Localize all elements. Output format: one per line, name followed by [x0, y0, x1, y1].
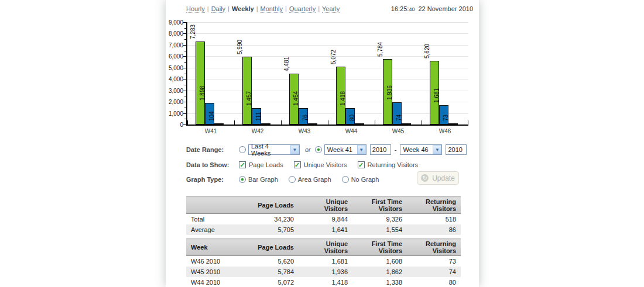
- nav-separator: |: [318, 5, 320, 12]
- checkbox-returning-visitors[interactable]: ✓: [358, 161, 365, 168]
- table-row: W45 20105,7841,9361,86274: [186, 267, 461, 277]
- week-from-select[interactable]: Week 41 ▼: [324, 144, 366, 155]
- column-header-unique-visitors: Unique Visitors: [299, 197, 352, 214]
- bar-returning-visitors-w41: [214, 123, 224, 125]
- nav-link-weekly[interactable]: Weekly: [232, 5, 254, 12]
- nav-link-monthly[interactable]: Monthly: [261, 5, 283, 13]
- bar-value-label: 1,457: [246, 91, 253, 106]
- radio-area-graph[interactable]: [289, 176, 296, 183]
- weekly-table: WeekPage LoadsUnique VisitorsFirst Time …: [186, 238, 461, 287]
- chevron-down-icon: ▼: [433, 145, 441, 154]
- graph-type-label: Graph Type:: [186, 176, 239, 183]
- y-axis-label: 6,000: [166, 53, 183, 60]
- y-axis-tick: [183, 102, 186, 102]
- y-axis-minor-tick: [184, 119, 186, 119]
- preset-range-select[interactable]: Last 4 Weeks ▼: [248, 144, 300, 155]
- nav-link-yearly[interactable]: Yearly: [322, 5, 340, 13]
- bar-value-label: 1,454: [293, 91, 300, 106]
- y-axis-minor-tick: [184, 74, 186, 74]
- chevron-down-icon: ▼: [357, 145, 366, 154]
- cell-value: 80: [407, 277, 461, 287]
- nav-separator: |: [256, 5, 258, 12]
- range-dash: -: [395, 146, 397, 153]
- bar-value-label: 4,481: [283, 57, 290, 71]
- x-axis-label: W41: [187, 128, 234, 134]
- radio-no-graph[interactable]: [342, 176, 349, 183]
- y-axis-tick: [183, 22, 186, 23]
- y-axis-tick: [183, 56, 186, 57]
- x-axis-label: W46: [422, 128, 468, 134]
- custom-range-radio[interactable]: [315, 146, 322, 153]
- nav-link-hourly[interactable]: Hourly: [186, 5, 205, 13]
- bar-value-label: 1,936: [386, 85, 393, 100]
- week-from-value: Week 41: [327, 146, 354, 153]
- cell-value: 9,326: [352, 214, 407, 224]
- bar-value-label: 76: [302, 115, 309, 121]
- gridline: [187, 91, 468, 91]
- checkbox-unique-visitors[interactable]: ✓: [294, 161, 301, 168]
- x-axis-tick: [422, 120, 422, 125]
- gridline: [187, 33, 468, 34]
- checkbox-label-page-loads: Page Loads: [249, 161, 283, 168]
- column-header-page-loads: Page Loads: [245, 197, 299, 214]
- y-axis-minor-tick: [184, 85, 186, 85]
- stats-panel: Hourly|Daily|Weekly|Monthly|Quarterly|Ye…: [166, 0, 479, 287]
- table-row: Average5,7051,6411,55486: [186, 224, 461, 235]
- update-button[interactable]: ↻ Update: [417, 171, 459, 185]
- nav-separator: |: [285, 5, 287, 12]
- x-axis-label: W45: [375, 128, 422, 134]
- data-to-show-label: Data to Show:: [186, 161, 239, 168]
- x-axis-label: W44: [328, 128, 375, 134]
- y-axis-minor-tick: [184, 108, 186, 108]
- bar-chart: 01,0002,0003,0004,0005,0006,0007,0008,00…: [187, 22, 468, 125]
- y-axis-tick: [183, 79, 186, 79]
- table-row: W44 20105,0721,4181,33880: [186, 277, 461, 287]
- y-axis-label: 9,000: [166, 19, 183, 26]
- gridline: [187, 113, 468, 114]
- y-axis-tick: [183, 91, 186, 91]
- y-axis-tick: [183, 113, 186, 114]
- chevron-down-icon: ▼: [290, 145, 299, 154]
- nav-separator: |: [207, 5, 209, 12]
- checkbox-page-loads[interactable]: ✓: [239, 161, 246, 168]
- bar-page-loads-w41: [196, 42, 205, 125]
- week-to-select[interactable]: Week 46 ▼: [400, 144, 442, 155]
- preset-range-radio[interactable]: [239, 146, 246, 153]
- row-label: W46 2010: [186, 256, 245, 267]
- column-header-page-loads: Page Loads: [245, 239, 299, 256]
- nav-separator: |: [228, 5, 229, 12]
- bar-value-label: 1,681: [433, 88, 440, 103]
- checkbox-group: ✓Page Loads✓Unique Visitors✓Returning Vi…: [239, 161, 429, 168]
- radio-bar-graph[interactable]: [239, 176, 246, 183]
- x-axis-tick: [187, 120, 188, 125]
- cell-value: 1,641: [299, 224, 352, 235]
- x-axis-line: [186, 125, 468, 126]
- y-axis-minor-tick: [184, 51, 186, 51]
- summary-table: Page LoadsUnique VisitorsFirst Time Visi…: [186, 196, 461, 235]
- column-header-first-time-visitors: First Time Visitors: [352, 239, 407, 256]
- table-row: Total34,2309,8449,326518: [186, 214, 461, 224]
- x-axis-tick: [468, 120, 468, 125]
- topbar: Hourly|Daily|Weekly|Monthly|Quarterly|Ye…: [186, 5, 473, 15]
- column-header-returning-visitors: Returning Visitors: [407, 239, 461, 256]
- gridline: [187, 79, 468, 79]
- radio-label-bar-graph: Bar Graph: [248, 176, 278, 183]
- bar-unique-visitors-w45: [392, 102, 402, 125]
- y-axis-label: 4,000: [166, 76, 183, 82]
- nav-link-daily[interactable]: Daily: [211, 5, 225, 13]
- bar-returning-visitors-w44: [355, 123, 364, 125]
- year-from-input[interactable]: [370, 144, 391, 155]
- nav-link-quarterly[interactable]: Quarterly: [289, 5, 316, 13]
- cell-value: 5,620: [245, 256, 299, 267]
- radio-label-area-graph: Area Graph: [298, 176, 331, 183]
- column-header-week: Week: [186, 239, 245, 256]
- y-axis-tick: [183, 125, 186, 125]
- date-range-label: Date Range:: [186, 146, 239, 153]
- y-axis-label: 2,000: [166, 99, 183, 105]
- cell-value: 73: [407, 256, 461, 267]
- gridline: [187, 22, 468, 23]
- y-axis-minor-tick: [184, 62, 186, 63]
- cell-value: 1,608: [352, 256, 407, 267]
- update-button-label: Update: [432, 174, 455, 182]
- year-to-input[interactable]: [446, 144, 467, 155]
